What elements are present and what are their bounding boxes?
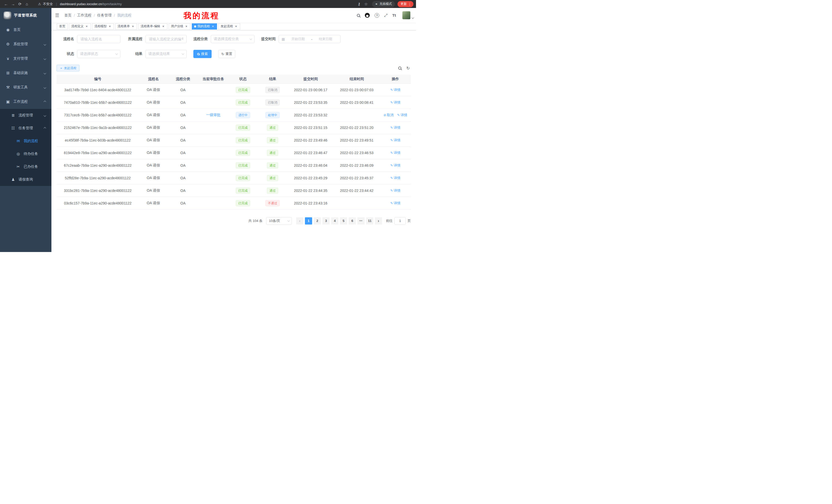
table-row: 331bc281-7b9a-11ec-a290-acde48001122OA 请… <box>57 184 411 197</box>
tab-my-process[interactable]: 我的流程× <box>192 23 217 30</box>
forward-icon[interactable]: → <box>9 1 17 7</box>
page-more-button[interactable]: ⋯ <box>357 217 365 225</box>
sidebar-item-done-tasks[interactable]: ✂已办任务 <box>0 160 51 173</box>
hamburger-icon[interactable]: ☰ <box>55 12 59 18</box>
reset-button[interactable]: ↻ 重置 <box>218 50 235 58</box>
address-bar[interactable]: ⚠ 不安全 | dashboard.yudao.iocoder.cn/bpm/t… <box>38 2 353 6</box>
url-domain: dashboard.yudao.iocoder.cn <box>60 2 102 6</box>
close-icon[interactable]: × <box>161 25 165 28</box>
tab-home[interactable]: 首页 <box>57 23 68 30</box>
tab-process-definition[interactable]: 流程定义× <box>69 23 91 30</box>
detail-link[interactable]: ✎详情 <box>397 113 407 117</box>
close-icon[interactable]: × <box>211 25 215 28</box>
detail-link[interactable]: ✎详情 <box>390 150 400 155</box>
help-icon[interactable]: ? <box>374 13 379 18</box>
search-icon[interactable] <box>357 14 360 17</box>
user-menu[interactable] <box>402 11 410 19</box>
cancel-link[interactable]: ⊘取消 <box>384 113 394 117</box>
breadcrumb-item[interactable]: 工作流程 <box>77 13 92 18</box>
reload-icon[interactable]: ⟳ <box>17 1 23 7</box>
cell-submit-time: 2022-01-22 23:44:35 <box>288 184 334 197</box>
page-size-select[interactable]: 10条/页 <box>266 217 292 225</box>
page-11-button[interactable]: 11 <box>366 217 373 225</box>
fullscreen-icon[interactable]: ⤢ <box>384 13 387 18</box>
submit-time-range-picker[interactable]: ▦ 开始日期 - 结束日期 <box>279 35 340 43</box>
close-icon[interactable]: × <box>108 25 111 28</box>
sidebar-item-todo-tasks[interactable]: ◎待办任务 <box>0 147 51 160</box>
page-1-button[interactable]: 1 <box>305 217 312 225</box>
search-toggle-icon[interactable] <box>398 66 401 69</box>
key-icon[interactable]: ⚷ <box>356 1 363 7</box>
search-button[interactable]: 搜索 <box>193 50 212 58</box>
menu-dots-icon[interactable]: ⋮ <box>408 2 412 6</box>
tab-process-form-edit[interactable]: 流程表单-编辑× <box>138 23 167 30</box>
refresh-table-icon[interactable]: ↻ <box>407 66 410 71</box>
sidebar-item-system-mgmt[interactable]: ⚙系统管理 <box>0 37 51 51</box>
tab-user-group[interactable]: 用户分组× <box>169 23 190 30</box>
cell-result: 通过 <box>257 172 288 184</box>
detail-link[interactable]: ✎详情 <box>390 188 400 193</box>
close-icon[interactable]: × <box>185 25 188 28</box>
sidebar-item-payment-mgmt[interactable]: ¥支付管理 <box>0 51 51 66</box>
detail-link[interactable]: ✎详情 <box>390 125 400 130</box>
star-icon[interactable]: ☆ <box>363 1 369 7</box>
sidebar-item-dev-tools[interactable]: ⚒研发工具 <box>0 80 51 94</box>
process-definition-input[interactable] <box>146 35 187 43</box>
detail-link[interactable]: ✎详情 <box>390 163 400 168</box>
chevron-down-icon <box>44 114 46 117</box>
back-icon[interactable]: ← <box>3 1 9 7</box>
next-page-button[interactable]: › <box>375 217 382 225</box>
sidebar-item-home[interactable]: ◉首页 <box>0 23 51 37</box>
security-label[interactable]: 不安全 <box>43 2 53 6</box>
cell-id: ec45f38f-7b9a-11ec-b03b-acde48001122 <box>57 134 139 146</box>
close-icon[interactable]: × <box>131 25 135 28</box>
current-task-link[interactable]: 一级审批 <box>206 113 220 117</box>
column-header: 提交时间 <box>288 75 334 83</box>
category-select[interactable]: 请选择流程分类 <box>211 35 255 43</box>
home-icon[interactable]: ⌂ <box>23 1 30 7</box>
breadcrumb-item[interactable]: 首页 <box>64 13 72 18</box>
detail-link[interactable]: ✎详情 <box>390 138 400 143</box>
result-select[interactable]: 请选择流结果 <box>146 50 187 58</box>
page-2-button[interactable]: 2 <box>314 217 321 225</box>
close-icon[interactable]: × <box>85 25 88 28</box>
start-process-button[interactable]: ＋ 发起流程 <box>57 65 79 72</box>
page-4-button[interactable]: 4 <box>331 217 338 225</box>
prev-page-button[interactable]: ‹ <box>296 217 303 225</box>
url-text[interactable]: dashboard.yudao.iocoder.cn/bpm/task/my <box>60 2 122 6</box>
cell-category: OA <box>168 121 198 134</box>
sidebar-item-leave-query[interactable]: ♟请假查询 <box>0 173 51 186</box>
tab-process-form[interactable]: 流程表单× <box>115 23 137 30</box>
date-separator: - <box>311 37 312 41</box>
process-name-input[interactable] <box>77 35 120 43</box>
status-select[interactable]: 请选择状态 <box>77 50 120 58</box>
font-size-icon[interactable]: Tt <box>392 13 396 18</box>
page-5-button[interactable]: 5 <box>340 217 347 225</box>
page-3-button[interactable]: 3 <box>322 217 330 225</box>
avatar[interactable] <box>402 11 410 19</box>
sidebar-item-label: 工作流程 <box>14 100 28 104</box>
page-6-button[interactable]: 6 <box>349 217 356 225</box>
breadcrumb: 首页 / 工作流程 / 任务管理 / 我的流程 <box>64 13 132 18</box>
sidebar-item-infrastructure[interactable]: ⊞基础设施 <box>0 66 51 80</box>
close-icon[interactable]: × <box>234 25 238 28</box>
cell-result: 已取消 <box>257 83 288 96</box>
app-logo[interactable]: 芋道管理系统 <box>0 8 51 23</box>
tab-label: 首页 <box>59 24 65 29</box>
page-size-value: 10条/页 <box>269 219 280 223</box>
cell-end-time <box>334 197 380 209</box>
goto-page-input[interactable] <box>394 217 406 225</box>
tab-start-process[interactable]: 发起流程× <box>218 23 240 30</box>
tab-process-model[interactable]: 流程模型× <box>92 23 114 30</box>
sidebar-item-task-mgmt[interactable]: ☷任务管理 <box>0 122 51 135</box>
sidebar-item-process-mgmt[interactable]: ≣流程管理 <box>0 109 51 122</box>
update-button[interactable]: 更新 ⋮ <box>397 1 413 7</box>
detail-link[interactable]: ✎详情 <box>390 176 400 180</box>
sidebar-item-my-process[interactable]: ✉我的流程 <box>0 135 51 147</box>
detail-link[interactable]: ✎详情 <box>390 88 400 92</box>
github-icon[interactable] <box>365 13 370 18</box>
detail-link[interactable]: ✎详情 <box>390 100 400 105</box>
detail-link[interactable]: ✎详情 <box>390 201 400 205</box>
breadcrumb-item[interactable]: 任务管理 <box>97 13 111 18</box>
sidebar-item-workflow[interactable]: ▣工作流程 <box>0 94 51 109</box>
